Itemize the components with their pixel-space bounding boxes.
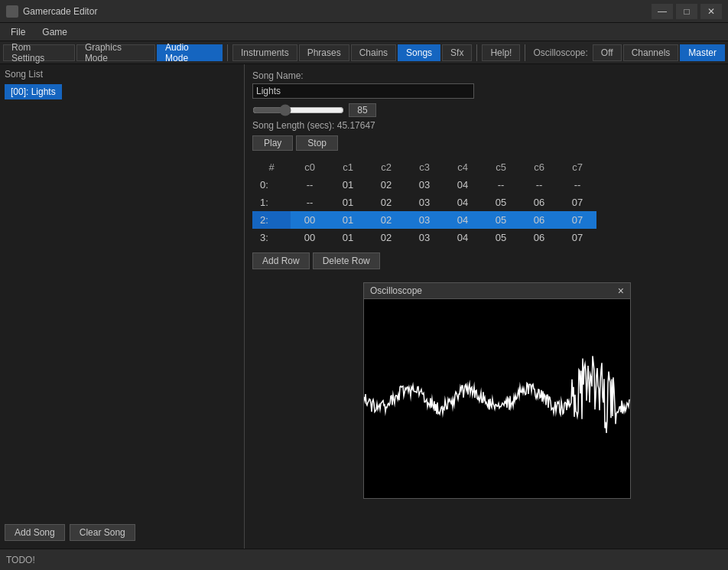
cell-row-id: 2:	[252, 211, 291, 229]
add-song-button[interactable]: Add Song	[5, 524, 65, 541]
song-name-input[interactable]	[252, 83, 474, 99]
nav-separator	[227, 44, 228, 61]
table-cell[interactable]: 01	[329, 211, 367, 229]
col-header-c7: c7	[558, 158, 596, 176]
tab-help[interactable]: Help!	[482, 44, 520, 61]
oscilloscope-popup: Oscilloscope ×	[363, 282, 631, 499]
song-item-0[interactable]: [00]: Lights	[5, 84, 62, 99]
col-header-c2: c2	[367, 158, 405, 176]
table-cell[interactable]: 07	[558, 194, 596, 211]
col-header-c3: c3	[405, 158, 444, 176]
clear-song-button[interactable]: Clear Song	[70, 524, 135, 541]
table-cell[interactable]: 04	[444, 176, 482, 194]
song-list-label: Song List	[5, 69, 239, 80]
table-cell[interactable]: 02	[367, 211, 405, 229]
tab-audio-mode[interactable]: Audio Mode	[157, 44, 223, 61]
title-bar: Gamercade Editor — □ ✕	[0, 0, 728, 23]
table-cell[interactable]: 01	[329, 229, 367, 246]
cell-row-id: 3:	[252, 229, 291, 246]
tab-oscilloscope-off[interactable]: Off	[593, 44, 622, 61]
tab-songs[interactable]: Songs	[398, 44, 440, 61]
table-cell[interactable]: 05	[482, 194, 520, 211]
song-table: # c0 c1 c2 c3 c4 c5 c6 c7 0:--01020304--…	[252, 158, 596, 246]
play-button[interactable]: Play	[252, 135, 293, 151]
maximize-button[interactable]: □	[676, 4, 697, 19]
table-cell[interactable]: 06	[520, 229, 558, 246]
table-cell[interactable]: 02	[367, 229, 405, 246]
table-row[interactable]: 0:--01020304------	[252, 176, 596, 194]
table-cell[interactable]: 00	[291, 229, 329, 246]
menu-bar: File Game	[0, 23, 728, 41]
add-row-button[interactable]: Add Row	[252, 252, 310, 269]
status-bar: TODO!	[0, 549, 728, 570]
song-length-slider[interactable]	[252, 104, 344, 116]
table-header-row: # c0 c1 c2 c3 c4 c5 c6 c7	[252, 158, 596, 176]
tab-instruments[interactable]: Instruments	[232, 44, 297, 61]
tab-phrases[interactable]: Phrases	[299, 44, 349, 61]
oscilloscope-close-button[interactable]: ×	[618, 285, 624, 296]
table-cell[interactable]: --	[291, 176, 329, 194]
song-name-label: Song Name:	[252, 70, 720, 81]
play-stop-row: Play Stop	[252, 135, 720, 151]
tab-graphics-mode[interactable]: Graphics Mode	[76, 44, 155, 61]
song-table-body: 0:--01020304------1:--010203040506072:00…	[252, 176, 596, 246]
table-cell[interactable]: 03	[405, 194, 444, 211]
table-cell[interactable]: 00	[291, 211, 329, 229]
table-cell[interactable]: 02	[367, 194, 405, 211]
status-text: TODO!	[6, 555, 35, 565]
table-row[interactable]: 1:--01020304050607	[252, 194, 596, 211]
table-cell[interactable]: 03	[405, 229, 444, 246]
col-header-c6: c6	[520, 158, 558, 176]
col-header-c5: c5	[482, 158, 520, 176]
oscilloscope-title: Oscilloscope	[370, 285, 422, 296]
table-cell[interactable]: 06	[520, 211, 558, 229]
minimize-button[interactable]: —	[652, 4, 673, 19]
table-cell[interactable]: 07	[558, 211, 596, 229]
table-cell[interactable]: 07	[558, 229, 596, 246]
table-cell[interactable]: 05	[482, 229, 520, 246]
title-text: Gamercade Editor	[23, 6, 652, 17]
table-cell[interactable]: --	[520, 176, 558, 194]
table-cell[interactable]: 04	[444, 229, 482, 246]
slider-row: 85	[252, 103, 720, 117]
stop-button[interactable]: Stop	[296, 135, 338, 151]
tab-channels[interactable]: Channels	[623, 44, 679, 61]
tab-sfx[interactable]: Sfx	[442, 44, 472, 61]
oscilloscope-canvas	[364, 299, 630, 498]
table-cell[interactable]: --	[291, 194, 329, 211]
cell-row-id: 0:	[252, 176, 291, 194]
close-button[interactable]: ✕	[700, 4, 722, 19]
nav-separator-3	[525, 44, 525, 61]
song-list-area: [00]: Lights	[5, 84, 239, 521]
app-icon	[6, 5, 18, 18]
table-cell[interactable]: 05	[482, 211, 520, 229]
bottom-buttons: Add Song Clear Song	[5, 521, 239, 544]
menu-game[interactable]: Game	[34, 25, 75, 39]
table-cell[interactable]: 06	[520, 194, 558, 211]
oscilloscope-header: Oscilloscope ×	[364, 283, 630, 299]
tab-chains[interactable]: Chains	[351, 44, 396, 61]
table-cell[interactable]: 04	[444, 211, 482, 229]
table-cell[interactable]: --	[482, 176, 520, 194]
table-cell[interactable]: --	[558, 176, 596, 194]
tab-rom-settings[interactable]: Rom Settings	[3, 44, 75, 61]
tab-master[interactable]: Master	[680, 44, 725, 61]
table-cell[interactable]: 03	[405, 211, 444, 229]
table-row[interactable]: 3:0001020304050607	[252, 229, 596, 246]
table-cell[interactable]: 01	[329, 176, 367, 194]
table-cell[interactable]: 03	[405, 176, 444, 194]
table-cell[interactable]: 01	[329, 194, 367, 211]
add-del-row: Add Row Delete Row	[252, 252, 720, 269]
table-row[interactable]: 2:0001020304050607	[252, 211, 596, 229]
right-panel: Song Name: 85 Song Length (secs): 45.176…	[245, 64, 728, 549]
nav-separator-2	[476, 44, 477, 61]
window-controls: — □ ✕	[652, 4, 722, 19]
table-cell[interactable]: 04	[444, 194, 482, 211]
oscilloscope-label: Oscilloscope:	[530, 47, 590, 58]
main-content: Song List [00]: Lights Add Song Clear So…	[0, 64, 728, 549]
nav-bar: Rom Settings Graphics Mode Audio Mode In…	[0, 41, 728, 64]
table-cell[interactable]: 02	[367, 176, 405, 194]
delete-row-button[interactable]: Delete Row	[313, 252, 380, 269]
col-header-c1: c1	[329, 158, 367, 176]
menu-file[interactable]: File	[3, 25, 33, 39]
